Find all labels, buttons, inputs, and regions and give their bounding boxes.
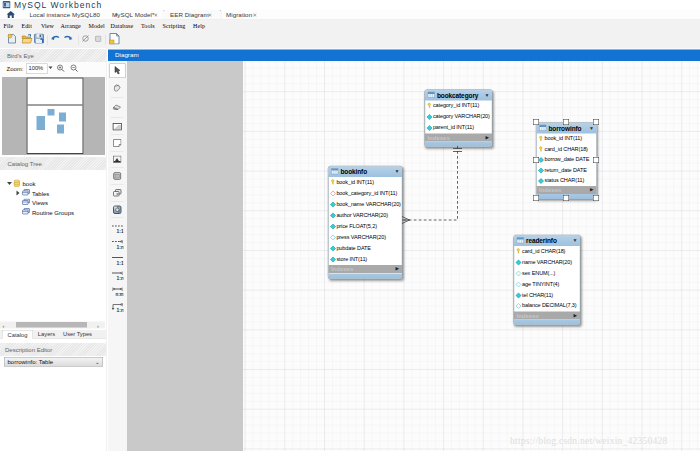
svg-text:1:1: 1:1 <box>117 260 124 266</box>
svg-text:1:n: 1:n <box>117 307 124 313</box>
svg-text:1:n: 1:n <box>117 275 124 281</box>
svg-text:1:1: 1:1 <box>117 228 124 234</box>
svg-text:1:n: 1:n <box>117 244 124 250</box>
svg-text:n:m: n:m <box>116 292 124 297</box>
